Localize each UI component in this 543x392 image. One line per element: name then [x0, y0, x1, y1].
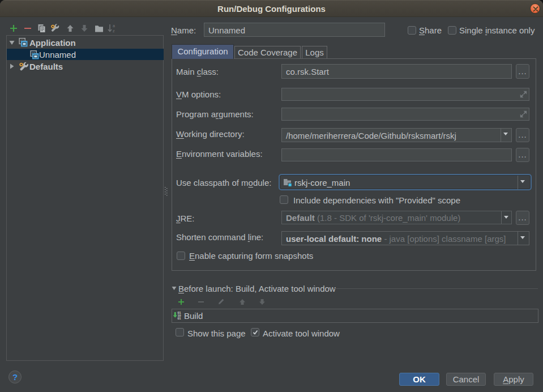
- svg-text:01: 01: [178, 317, 181, 320]
- svg-text:z: z: [113, 29, 115, 33]
- svg-text:a: a: [113, 24, 115, 28]
